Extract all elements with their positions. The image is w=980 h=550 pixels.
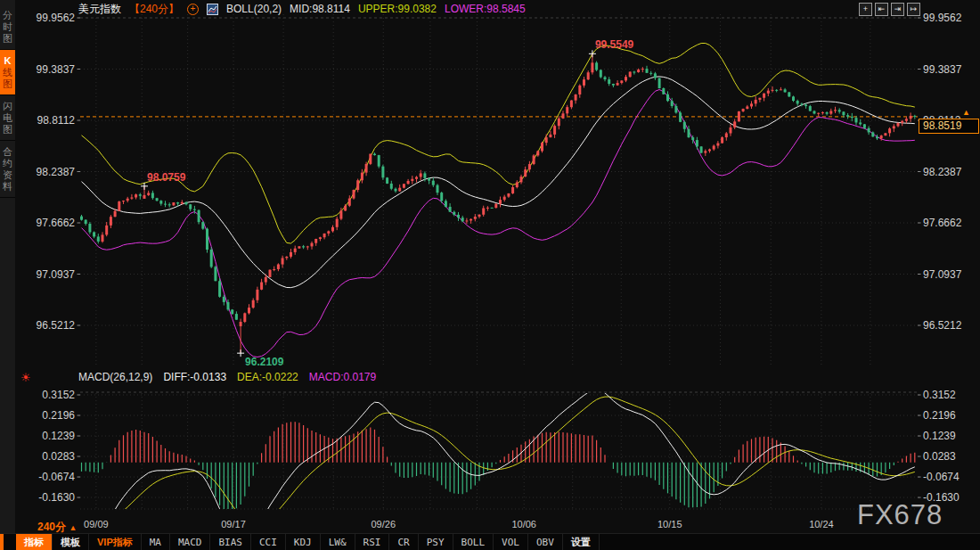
main-pane-layer (80, 44, 916, 357)
left-price-axis: 99.956299.383798.811298.238797.666297.09… (16, 0, 77, 533)
toolbar-item-BIAS[interactable]: BIAS (210, 534, 251, 550)
y-axis-label: 98.2387 (923, 166, 961, 178)
toolbar-item-指标[interactable]: 指标 (16, 534, 53, 550)
symbol-title: 美元指数 (78, 2, 121, 17)
boll-upper-value: UPPER:99.0382 (358, 3, 437, 15)
macd-dea-value: DEA:-0.0222 (237, 371, 298, 383)
toolbar-item-PSY[interactable]: PSY (419, 534, 453, 550)
scroll-left-icon[interactable]: ⇤ (875, 3, 888, 16)
boll-mid-value: MID:98.8114 (290, 3, 350, 15)
x-axis-date: 10/06 (511, 519, 536, 529)
macd-pane-layer (82, 389, 915, 538)
price-extreme-label-99.5549: 99.5549 (595, 38, 633, 51)
y-axis-label: 97.0937 (923, 268, 961, 281)
macd-diff-value: DIFF:-0.0133 (163, 371, 226, 383)
sidebar-tab-1[interactable]: 分时图 (0, 4, 15, 50)
y-axis-label: 0.0283 (42, 450, 75, 463)
right-price-axis: 99.956299.383798.811298.238797.666297.09… (923, 0, 980, 533)
y-axis-label: -0.1630 (38, 491, 75, 504)
y-axis-label: 96.5212 (923, 319, 961, 332)
scroll-right-icon[interactable]: ⇥ (891, 3, 904, 16)
expand-circle-icon[interactable]: + (187, 4, 199, 15)
y-axis-label: 0.3152 (923, 389, 956, 401)
interval-arrow-icon: ▲ (69, 523, 77, 532)
y-axis-label: 0.2196 (923, 409, 956, 422)
x-axis-date: 10/24 (809, 519, 834, 529)
y-axis-label: -0.0674 (923, 471, 960, 483)
chart-header: 美元指数 【240分】 + BOLL(20,2) MID:98.8114 UPP… (78, 2, 526, 16)
x-axis-date: 09/26 (372, 519, 396, 529)
y-axis-label: 99.9562 (37, 12, 75, 24)
chart-window-controls: +⇤⇥↦ (859, 3, 920, 16)
toolbar-item-CCI[interactable]: CCI (251, 534, 286, 550)
y-axis-label: 99.9562 (923, 12, 961, 24)
x-axis-date: 09/09 (84, 519, 109, 529)
crosshair-pan-icon[interactable]: + (859, 3, 872, 16)
toolbar-item-设置[interactable]: 设置 (563, 534, 600, 550)
y-axis-label: 99.3837 (923, 63, 961, 76)
trading-chart-app: 分时图K线图闪电图合约资料 美元指数 【240分】 + BOLL(20,2) M… (0, 0, 980, 550)
toolbar-item-MACD[interactable]: MACD (170, 534, 211, 550)
toolbar-item-VOL[interactable]: VOL (494, 534, 528, 550)
jump-latest-icon[interactable]: ↦ (907, 3, 920, 16)
price-extreme-label-96.2109: 96.2109 (245, 356, 283, 368)
sidebar-tab-2[interactable]: K线图 (0, 50, 15, 95)
price-up-arrow-icon: ▲ (962, 108, 970, 117)
toolbar-item-LW&[interactable]: LW& (321, 534, 355, 550)
current-price-tag: 98.8519 (919, 119, 979, 134)
y-axis-label: 0.1239 (42, 430, 75, 442)
indicator-chart-icon (207, 4, 218, 15)
y-axis-label: -0.0674 (38, 471, 75, 483)
boll-lower-value: LOWER:98.5845 (445, 3, 526, 15)
y-axis-label: 0.2196 (42, 409, 75, 422)
toolbar-item-BOLL[interactable]: BOLL (453, 534, 494, 550)
x-axis-date: 09/17 (221, 519, 246, 529)
toolbar-item-VIP指标[interactable]: VIP指标 (89, 534, 142, 550)
y-axis-label: 0.3152 (42, 389, 75, 401)
x-axis-dates: 09/0909/1709/2610/0610/1510/24 (0, 519, 980, 531)
grid-layer (78, 14, 921, 509)
sidebar-tab-4[interactable]: 合约资料 (0, 141, 15, 198)
live-indicator-icon: ☀ (20, 371, 31, 384)
toolbar-item-OBV[interactable]: OBV (528, 534, 563, 550)
toolbar-accent-strip (0, 534, 4, 550)
toolbar-item-模板[interactable]: 模板 (53, 534, 89, 550)
indicator-toolbar: 指标模板VIP指标MAMACDBIASCCIKDJLW&RSICRPSYBOLL… (0, 533, 980, 550)
marker-layer (141, 50, 596, 357)
y-axis-label: 98.2387 (37, 166, 75, 178)
y-axis-label: 97.6662 (923, 217, 961, 229)
y-axis-label: 96.5212 (37, 319, 75, 332)
y-axis-label: 0.1239 (923, 430, 956, 442)
macd-macd-value: MACD:0.0179 (309, 371, 376, 383)
macd-formula-label: MACD(26,12,9) (78, 371, 152, 383)
fx678-watermark: FX678 (857, 499, 943, 531)
y-axis-label: 99.3837 (37, 63, 75, 76)
toolbar-item-MA[interactable]: MA (142, 534, 170, 550)
toolbar-item-RSI[interactable]: RSI (355, 534, 390, 550)
chart-type-sidebar: 分时图K线图闪电图合约资料 (0, 0, 15, 533)
boll-indicator-label: BOLL(20,2) (226, 3, 282, 15)
toolbar-item-KDJ[interactable]: KDJ (286, 534, 321, 550)
toolbar-item-CR[interactable]: CR (389, 534, 418, 550)
extreme-cross-marker (237, 349, 244, 357)
y-axis-label: 97.0937 (37, 268, 75, 281)
macd-header: MACD(26,12,9) DIFF:-0.0133 DEA:-0.0222 M… (78, 371, 376, 383)
sidebar-tab-3[interactable]: 闪电图 (0, 95, 15, 141)
x-axis-date: 10/15 (657, 519, 682, 529)
y-axis-label: 97.6662 (37, 217, 75, 229)
interval-label: 【240分】 (129, 2, 179, 17)
price-chart-canvas[interactable] (0, 0, 980, 550)
y-axis-label: 0.0283 (923, 450, 956, 463)
price-extreme-label-98.0759: 98.0759 (147, 171, 185, 184)
y-axis-label: 98.8112 (37, 114, 76, 127)
toolbar-items: 指标模板VIP指标MAMACDBIASCCIKDJLW&RSICRPSYBOLL… (16, 534, 600, 550)
